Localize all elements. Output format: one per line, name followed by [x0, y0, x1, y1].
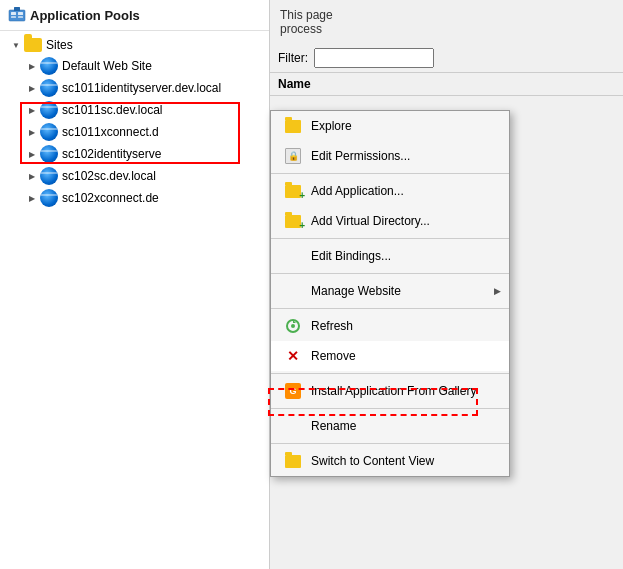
filter-label: Filter: — [278, 51, 308, 65]
add-virtual-directory-label: Add Virtual Directory... — [311, 214, 430, 228]
sidebar-item-sc1011identityserver[interactable]: ▶ sc1011identityserver.dev.local — [0, 77, 269, 99]
left-panel: Application Pools ▼ Sites ▶ Default Web … — [0, 0, 270, 569]
menu-item-manage-website[interactable]: Manage Website — [271, 276, 509, 306]
manage-website-label: Manage Website — [311, 284, 401, 298]
app-pools-header-icon — [8, 6, 26, 24]
remove-x-icon: ✕ — [283, 346, 303, 366]
explore-icon — [283, 116, 303, 136]
separator-2 — [271, 238, 509, 239]
context-menu: Explore 🔒 Edit Permissions... + Add Appl… — [270, 110, 510, 477]
sc1011sc-label: sc1011sc.dev.local — [62, 103, 163, 117]
sc1011identityserver-expander[interactable]: ▶ — [24, 80, 40, 96]
sc1011identityserver-icon — [40, 79, 58, 97]
refresh-icon — [283, 316, 303, 336]
edit-bindings-icon — [283, 246, 303, 266]
default-web-site-label: Default Web Site — [62, 59, 152, 73]
manage-website-icon — [283, 281, 303, 301]
sc102identityserve-label: sc102identityserve — [62, 147, 161, 161]
separator-3 — [271, 273, 509, 274]
sidebar-item-default-web-site[interactable]: ▶ Default Web Site — [0, 55, 269, 77]
filter-input[interactable] — [314, 48, 434, 68]
sc102sc-icon — [40, 167, 58, 185]
rename-label: Rename — [311, 419, 356, 433]
sites-folder-icon — [24, 38, 42, 52]
edit-bindings-label: Edit Bindings... — [311, 249, 391, 263]
install-gallery-label: Install Application From Gallery — [311, 384, 476, 398]
sites-label: Sites — [46, 38, 73, 52]
menu-item-explore[interactable]: Explore — [271, 111, 509, 141]
add-virtual-directory-icon: + — [283, 211, 303, 231]
svg-rect-4 — [18, 16, 23, 18]
svg-rect-1 — [11, 12, 16, 15]
svg-rect-3 — [18, 12, 23, 15]
sites-expander[interactable]: ▼ — [8, 37, 24, 53]
right-panel-line1: This page — [280, 8, 333, 22]
svg-rect-5 — [14, 7, 20, 11]
menu-item-add-application[interactable]: + Add Application... — [271, 176, 509, 206]
sc1011sc-icon — [40, 101, 58, 119]
sc1011xconnect-label: sc1011xconnect.d — [62, 125, 159, 139]
sidebar-item-sc1011xconnect[interactable]: ▶ sc1011xconnect.d — [0, 121, 269, 143]
sc102identityserve-expander[interactable]: ▶ — [24, 146, 40, 162]
explore-label: Explore — [311, 119, 352, 133]
svg-point-7 — [291, 324, 295, 328]
rename-icon — [283, 416, 303, 436]
menu-item-refresh[interactable]: Refresh — [271, 311, 509, 341]
remove-label: Remove — [311, 349, 356, 363]
sc102xconnect-icon — [40, 189, 58, 207]
sc102identityserve-icon — [40, 145, 58, 163]
menu-item-edit-bindings[interactable]: Edit Bindings... — [271, 241, 509, 271]
separator-5 — [271, 373, 509, 374]
right-panel-line2: process — [280, 22, 322, 36]
switch-content-view-icon — [283, 451, 303, 471]
switch-content-view-label: Switch to Content View — [311, 454, 434, 468]
sidebar-item-sites[interactable]: ▼ Sites — [0, 35, 269, 55]
sidebar-item-sc102xconnect[interactable]: ▶ sc102xconnect.de — [0, 187, 269, 209]
add-application-label: Add Application... — [311, 184, 404, 198]
add-application-icon: + — [283, 181, 303, 201]
sidebar-item-sc1011sc[interactable]: ▶ sc1011sc.dev.local — [0, 99, 269, 121]
menu-item-add-virtual-directory[interactable]: + Add Virtual Directory... — [271, 206, 509, 236]
name-column-header: Name — [270, 73, 623, 96]
separator-1 — [271, 173, 509, 174]
menu-item-edit-permissions[interactable]: 🔒 Edit Permissions... — [271, 141, 509, 171]
x-icon: ✕ — [285, 348, 301, 364]
svg-rect-2 — [11, 16, 16, 18]
sc102sc-label: sc102sc.dev.local — [62, 169, 156, 183]
separator-6 — [271, 408, 509, 409]
sc102xconnect-label: sc102xconnect.de — [62, 191, 159, 205]
tree-header-row: Application Pools — [0, 0, 269, 31]
edit-permissions-label: Edit Permissions... — [311, 149, 410, 163]
default-web-site-expander[interactable]: ▶ — [24, 58, 40, 74]
sc1011sc-expander[interactable]: ▶ — [24, 102, 40, 118]
sc102sc-expander[interactable]: ▶ — [24, 168, 40, 184]
filter-bar: Filter: — [270, 44, 623, 73]
app-pools-title: Application Pools — [30, 8, 140, 23]
separator-4 — [271, 308, 509, 309]
menu-item-rename[interactable]: Rename — [271, 411, 509, 441]
sc102xconnect-expander[interactable]: ▶ — [24, 190, 40, 206]
menu-item-install-gallery[interactable]: G Install Application From Gallery — [271, 376, 509, 406]
tree-body: ▼ Sites ▶ Default Web Site ▶ sc1011ident… — [0, 31, 269, 213]
sc1011xconnect-expander[interactable]: ▶ — [24, 124, 40, 140]
separator-7 — [271, 443, 509, 444]
right-panel-description: This page process — [270, 0, 623, 44]
sc1011identityserver-label: sc1011identityserver.dev.local — [62, 81, 221, 95]
sidebar-item-sc102identityserve[interactable]: ▶ sc102identityserve — [0, 143, 269, 165]
menu-item-remove[interactable]: ✕ Remove — [271, 341, 509, 371]
sc1011xconnect-icon — [40, 123, 58, 141]
menu-item-switch-content-view[interactable]: Switch to Content View — [271, 446, 509, 476]
refresh-label: Refresh — [311, 319, 353, 333]
install-gallery-icon: G — [283, 381, 303, 401]
sidebar-item-sc102sc[interactable]: ▶ sc102sc.dev.local — [0, 165, 269, 187]
edit-permissions-icon: 🔒 — [283, 146, 303, 166]
default-web-site-icon — [40, 57, 58, 75]
svg-rect-0 — [9, 10, 25, 21]
